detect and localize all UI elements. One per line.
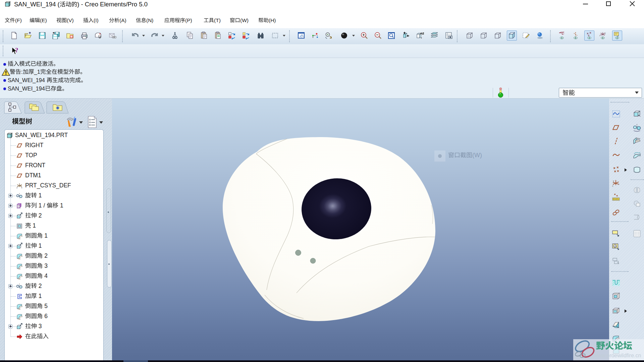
svg-text:A: A [614,244,616,248]
svg-text:y: y [613,179,614,182]
svg-text:?: ? [15,47,18,54]
svg-text:z: z [599,35,600,37]
svg-text:z: z [16,186,18,189]
svg-text:z: z [612,184,613,187]
svg-text:x: x [21,186,22,189]
svg-text:x: x [618,183,619,186]
svg-text:AB: AB [420,32,424,35]
svg-text:y: y [605,32,606,34]
